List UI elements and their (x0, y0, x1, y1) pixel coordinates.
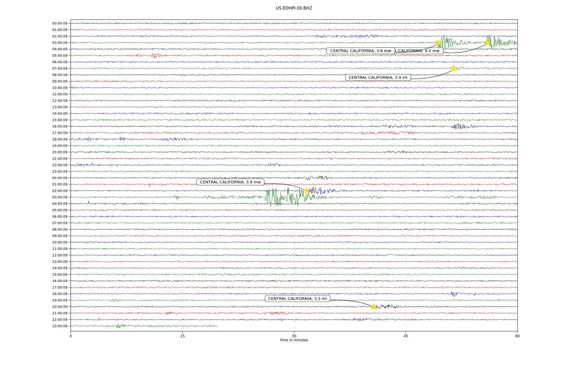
row-label: 07:00:09 (52, 221, 67, 225)
row-label: 03:00:09 (52, 41, 67, 45)
plot-area: 00:00:0901:00:0902:00:0903:00:0904:00:09… (0, 0, 588, 368)
trace-row-28 (71, 201, 517, 205)
seismogram-figure: US.EDHPI.00.BHZ 00:00:0901:00:0902:00:09… (0, 0, 588, 368)
row-label: 16:00:09 (52, 125, 67, 128)
row-label: 01:00:09 (52, 182, 67, 186)
row-label: 06:00:09 (52, 215, 67, 219)
annotation-label: CENTRAL CALIFORNIA, 3.9 mw (200, 180, 261, 184)
trace-row-20 (71, 151, 517, 154)
annotation-label: CENTRAL CALIFORNIA, 3.5 ml (268, 296, 327, 301)
row-label: 04:00:09 (52, 202, 67, 206)
row-label: 15:00:09 (52, 273, 67, 277)
trace-row-5 (71, 53, 517, 58)
trace-row-16 (71, 124, 517, 129)
trace-row-22 (71, 163, 517, 167)
trace-row-36 (71, 255, 517, 256)
row-label: 08:00:09 (52, 73, 67, 77)
row-label: 03:00:09 (52, 195, 67, 199)
trace-row-31 (71, 222, 517, 224)
row-label: 20:00:09 (52, 150, 67, 154)
event-star (371, 303, 377, 309)
x-tick-label: 0 (70, 334, 72, 338)
row-label: 22:00:09 (52, 163, 67, 167)
trace-row-2 (71, 35, 517, 38)
row-label: 18:00:09 (52, 292, 67, 296)
trace-row-25 (71, 183, 517, 187)
row-label: 00:00:09 (52, 176, 67, 180)
annotation-label: CENTRAL CALIFORNIA, 3.4 ml (349, 75, 407, 80)
trace-row-19 (71, 145, 517, 147)
row-label: 08:00:09 (52, 228, 67, 232)
trace-row-3 (71, 35, 517, 50)
trace-row-30 (71, 216, 517, 217)
annotation-leader (330, 300, 374, 308)
x-tick-label: 30 (292, 334, 296, 338)
row-label: 16:00:09 (52, 279, 67, 283)
trace-row-35 (71, 248, 517, 250)
trace-row-4 (71, 48, 517, 50)
trace-row-45 (71, 312, 517, 314)
event-star (435, 39, 442, 45)
trace-row-8 (71, 74, 517, 76)
trace-row-41 (71, 286, 517, 288)
event-star (484, 39, 491, 45)
annotation-leader (443, 44, 488, 53)
row-label: 14:00:09 (52, 112, 67, 116)
trace-row-23 (71, 171, 517, 172)
row-label: 11:00:09 (52, 247, 67, 251)
row-label: 14:00:09 (52, 266, 67, 270)
trace-row-13 (71, 106, 517, 108)
row-label: 23:00:09 (52, 324, 67, 328)
row-label: 22:00:09 (52, 318, 67, 322)
trace-row-0 (71, 22, 517, 24)
row-label: 19:00:09 (52, 298, 67, 302)
row-label: 11:00:09 (52, 92, 67, 96)
row-label: 09:00:09 (52, 79, 67, 83)
annotation-label: CENTRAL CALIFORNIA, 3.6 mw (330, 48, 391, 53)
trace-row-40 (71, 280, 517, 282)
trace-row-9 (71, 80, 517, 82)
row-label: 18:00:09 (52, 137, 67, 141)
x-tick-label: 45 (404, 334, 408, 338)
trace-row-10 (71, 87, 517, 88)
trace-row-37 (71, 261, 517, 263)
trace-row-1 (71, 29, 517, 30)
row-label: 09:00:09 (52, 234, 67, 238)
row-label: 02:00:09 (52, 34, 67, 38)
row-label: 12:00:09 (52, 99, 67, 103)
trace-row-38 (71, 267, 517, 269)
trace-row-33 (71, 235, 517, 237)
trace-row-18 (71, 137, 517, 141)
row-label: 15:00:09 (52, 118, 67, 122)
row-label: 01:00:09 (52, 28, 67, 32)
row-label: 17:00:09 (52, 286, 67, 289)
trace-row-11 (71, 93, 517, 95)
trace-row-12 (71, 100, 517, 102)
row-label: 02:00:09 (52, 189, 67, 193)
row-label: 10:00:09 (52, 86, 67, 90)
row-label: 04:00:09 (52, 47, 67, 51)
trace-row-47 (71, 324, 218, 328)
row-label: 12:00:09 (52, 253, 67, 257)
trace-row-24 (71, 176, 517, 180)
row-label: 23:00:09 (52, 170, 67, 174)
trace-row-34 (71, 241, 517, 243)
row-label: 13:00:09 (52, 105, 67, 109)
row-label: 19:00:09 (52, 144, 67, 148)
row-label: 06:00:09 (52, 60, 67, 64)
row-label: 13:00:09 (52, 260, 67, 264)
trace-row-39 (71, 274, 517, 275)
trace-row-26 (71, 187, 517, 195)
row-label: 17:00:09 (52, 131, 67, 135)
trace-row-6 (71, 61, 517, 63)
row-label: 10:00:09 (52, 240, 67, 244)
trace-row-15 (71, 119, 517, 121)
row-label: 00:00:09 (52, 21, 67, 25)
trace-row-32 (71, 228, 517, 230)
row-label: 20:00:09 (52, 305, 67, 309)
row-label: 05:00:09 (52, 54, 67, 58)
event-star (450, 65, 457, 71)
row-label: 07:00:09 (52, 67, 67, 71)
trace-row-29 (71, 209, 517, 211)
row-label: 21:00:09 (52, 311, 67, 315)
